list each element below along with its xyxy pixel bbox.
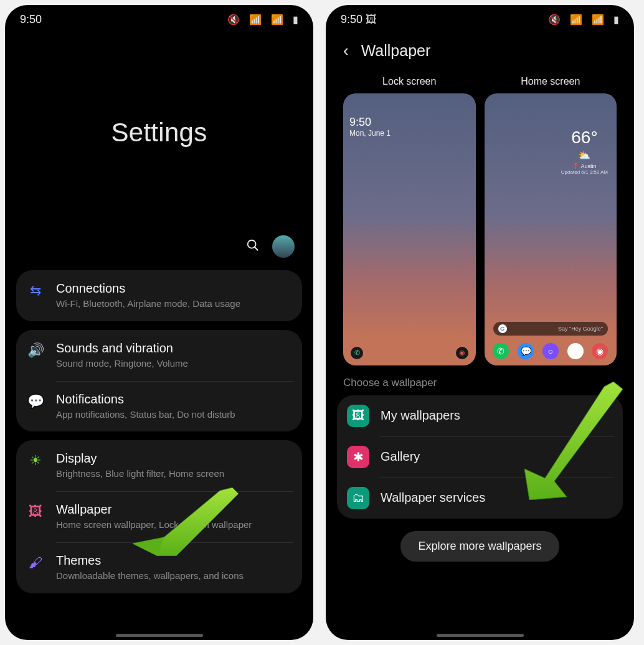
svg-point-0 [248,240,256,248]
dock-play-icon: ▶ [567,343,584,359]
dock-phone-icon: ✆ [493,343,509,359]
item-text: Sounds and vibrationSound mode, Ringtone… [56,341,292,370]
settings-item[interactable]: ☀DisplayBrightness, Blue light filter, H… [16,440,302,491]
themes-icon: 🖌 [26,553,45,572]
brightness-icon: ☀ [26,451,45,470]
item-title: Notifications [56,392,292,407]
item-title: Connections [56,281,292,296]
wallpaper-previews: Lock screen 9:50 Mon, June 1 ✆ ◉ Home sc… [337,76,623,377]
source-title: Wallpaper services [381,491,485,505]
source-title: My wallpapers [381,408,460,423]
source-title: Gallery [381,450,420,464]
wifi-status-icon: 📶 [570,14,582,25]
phone-wallpaper: 9:50 🖼 🔇 📶 📶 ▮ ‹ Wallpaper Lock screen 9… [326,5,634,640]
settings-item[interactable]: 💬NotificationsApp notifications, Status … [16,381,302,432]
item-title: Wallpaper [56,502,292,517]
gallery-icon: ✱ [347,446,369,468]
nav-gesture-bar [437,634,524,637]
settings-hero: Settings [16,30,302,235]
item-subtitle: Wi-Fi, Bluetooth, Airplane mode, Data us… [56,298,292,310]
settings-group: ⇆ConnectionsWi-Fi, Bluetooth, Airplane m… [16,270,302,321]
notification-icon: 💬 [26,392,45,411]
item-title: Display [56,451,292,466]
volume-icon: 🔊 [26,341,45,360]
dock: ✆ 💬 ○ ▶ ◉ [485,343,617,359]
nav-gesture-bar [116,634,203,637]
weather-city: 📍 Austin [561,163,608,169]
battery-icon: ▮ [613,14,619,25]
header: ‹ Wallpaper [337,30,623,76]
explore-more-button[interactable]: Explore more wallpapers [400,531,559,562]
status-icons: 🔇 📶 📶 ▮ [221,13,298,26]
lock-time: 9:50 [349,116,470,129]
search-icon[interactable] [246,238,260,255]
back-button[interactable]: ‹ [341,40,351,61]
preview-lock[interactable]: Lock screen 9:50 Mon, June 1 ✆ ◉ [343,76,476,365]
status-time: 9:50 🖼 [341,13,377,26]
mute-icon: 🔇 [548,14,561,25]
item-text: NotificationsApp notifications, Status b… [56,392,292,421]
svg-line-1 [255,247,258,251]
settings-item[interactable]: 🖌ThemesDownloadable themes, wallpapers, … [16,542,302,593]
mute-icon: 🔇 [227,14,240,25]
status-icons: 🔇 📶 📶 ▮ [542,13,619,26]
services-icon: 🗂 [347,487,369,509]
phone-settings: 9:50 🔇 📶 📶 ▮ Settings ⇆ConnectionsWi-Fi,… [5,5,313,640]
page-title: Settings [111,118,207,148]
preview-label: Home screen [521,76,580,87]
settings-group: ☀DisplayBrightness, Blue light filter, H… [16,440,302,593]
search-hint: Say "Hey Google" [558,326,603,332]
settings-group: 🔊Sounds and vibrationSound mode, Rington… [16,330,302,432]
lock-date: Mon, June 1 [349,129,470,138]
dock-messages-icon: 💬 [518,343,534,359]
weather-icon: ⛅ [561,149,608,161]
dock-camera-icon: ◉ [592,343,608,359]
camera-shortcut-icon: ◉ [456,347,468,359]
item-subtitle: Home screen wallpaper, Lock screen wallp… [56,519,292,531]
wallpaper-sources: 🖼My wallpapers✱Gallery🗂Wallpaper service… [337,395,623,519]
status-bar: 9:50 🔇 📶 📶 ▮ [16,9,302,30]
status-time: 9:50 [20,13,42,26]
item-subtitle: App notifications, Status bar, Do not di… [56,409,292,421]
google-search-bar: G Say "Hey Google" [493,322,608,336]
item-title: Themes [56,553,292,568]
phone-shortcut-icon: ✆ [351,347,363,359]
section-label: Choose a wallpaper [337,377,623,395]
item-title: Sounds and vibration [56,341,292,355]
settings-item[interactable]: 🔊Sounds and vibrationSound mode, Rington… [16,330,302,381]
dock-browser-icon: ○ [542,343,559,359]
item-subtitle: Brightness, Blue light filter, Home scre… [56,468,292,480]
weather-temp: 66° [561,128,608,148]
battery-icon: ▮ [293,14,298,25]
wifi-status-icon: 📶 [249,14,262,25]
item-text: ConnectionsWi-Fi, Bluetooth, Airplane mo… [56,281,292,310]
preview-home[interactable]: Home screen 66° ⛅ 📍 Austin Updated 6/1 3… [485,76,617,365]
wallpaper-source-item[interactable]: ✱Gallery [337,436,623,478]
item-subtitle: Downloadable themes, wallpapers, and ico… [56,570,292,582]
home-screen-preview: 66° ⛅ 📍 Austin Updated 6/1 3:52 AM G Say… [485,93,617,365]
item-text: DisplayBrightness, Blue light filter, Ho… [56,451,292,480]
settings-item[interactable]: ⇆ConnectionsWi-Fi, Bluetooth, Airplane m… [16,270,302,321]
status-bar: 9:50 🖼 🔇 📶 📶 ▮ [337,9,623,30]
item-text: ThemesDownloadable themes, wallpapers, a… [56,553,292,582]
page-title: Wallpaper [361,42,431,60]
weather-updated: Updated 6/1 3:52 AM [561,169,608,175]
wallpaper-source-item[interactable]: 🖼My wallpapers [337,395,623,436]
lock-screen-preview: 9:50 Mon, June 1 ✆ ◉ [343,93,476,365]
weather-widget: 66° ⛅ 📍 Austin Updated 6/1 3:52 AM [561,128,608,175]
wifi-icon: ⇆ [26,281,45,300]
item-text: WallpaperHome screen wallpaper, Lock scr… [56,502,292,531]
profile-avatar[interactable] [272,235,295,258]
google-icon: G [498,324,507,333]
actions-row [16,235,302,270]
wallpaper-icon: 🖼 [26,502,45,521]
settings-item[interactable]: 🖼WallpaperHome screen wallpaper, Lock sc… [16,491,302,542]
picture-icon: 🖼 [347,405,369,427]
preview-label: Lock screen [382,76,436,87]
item-subtitle: Sound mode, Ringtone, Volume [56,358,292,370]
wallpaper-source-item[interactable]: 🗂Wallpaper services [337,478,623,519]
signal-icon: 📶 [592,14,604,25]
signal-icon: 📶 [271,14,283,25]
